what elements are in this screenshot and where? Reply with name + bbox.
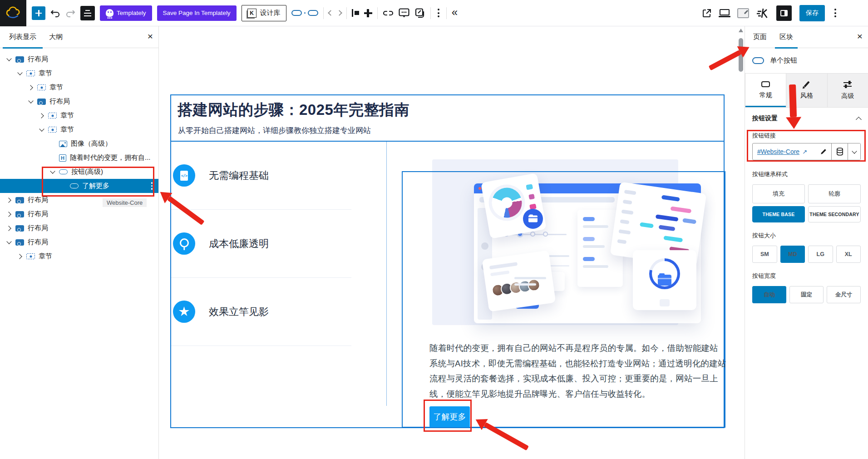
sidebar-tabs: 页面区块 × — [745, 26, 868, 48]
save-button[interactable]: 保存 — [799, 5, 825, 21]
undo-button[interactable] — [50, 9, 60, 17]
editor-topbar: Templately Save Page In Templately 设计库 — [0, 0, 868, 26]
learn-more-button[interactable]: 了解更多 — [429, 406, 470, 427]
scrollbar-up-icon[interactable] — [739, 29, 743, 32]
comment-button[interactable] — [399, 8, 409, 18]
tree-item-options-icon[interactable] — [151, 182, 153, 190]
sidebar-tab[interactable]: 区块 — [773, 26, 799, 48]
tree-item[interactable]: 随着时代的变更，拥有自... — [0, 151, 158, 165]
button-size-option[interactable]: MD — [780, 246, 805, 263]
option-label: 轮廓 — [829, 190, 840, 198]
inherit-style-option[interactable]: 轮廓 — [808, 184, 861, 203]
button-width-option[interactable]: 固定 — [789, 286, 824, 303]
tree-item[interactable]: 章节 — [0, 123, 158, 137]
sidebar-tab[interactable]: 页面 — [747, 26, 773, 48]
button-size-option[interactable]: SM — [752, 246, 777, 263]
tree-caret-icon[interactable] — [6, 239, 11, 244]
performance-button[interactable] — [757, 8, 769, 19]
inserter-add-block-button[interactable] — [32, 6, 45, 20]
tree-item[interactable]: 章节 — [0, 66, 158, 80]
buttons-block-toolbar-icon[interactable] — [291, 10, 318, 16]
feature-item[interactable]: 无需编程基础 — [171, 142, 351, 210]
page-section-block[interactable]: 搭建网站的步骤：2025年完整指南 从零开始自己搭建网站，详细步骤教你独立搭建专… — [170, 94, 725, 428]
tree-item[interactable]: 行布局 — [0, 221, 158, 235]
select-previous-block-button[interactable] — [329, 11, 333, 15]
tree-caret-icon[interactable] — [6, 212, 11, 217]
button-settings-panel-header[interactable]: 按钮设置 — [745, 108, 868, 127]
settings-tab[interactable]: 高级 — [827, 74, 868, 107]
site-logo[interactable] — [0, 0, 26, 26]
close-list-view-icon[interactable]: × — [148, 31, 153, 42]
tree-item-icon — [37, 99, 46, 105]
inherit-style-option[interactable]: 填充 — [752, 184, 805, 203]
tree-item[interactable]: 章节 — [0, 249, 158, 263]
link-button[interactable] — [383, 10, 394, 16]
list-view-tab[interactable]: 大纲 — [43, 26, 69, 48]
select-next-block-button[interactable] — [337, 11, 341, 15]
button-width-option[interactable]: 自动 — [752, 286, 786, 303]
tree-item[interactable]: 按钮(高级) — [0, 165, 158, 179]
tree-item[interactable]: 行布局 — [0, 207, 158, 221]
preview-external-button[interactable] — [702, 8, 712, 18]
theme-style-option[interactable]: THEME BASE — [752, 206, 805, 222]
button-size-option[interactable]: LG — [808, 246, 833, 263]
save-page-in-templately-button[interactable]: Save Page In Templately — [157, 5, 237, 21]
list-view-panel: 列表显示大纲 × 行布局 章节 章节 行布局 — [0, 26, 159, 459]
list-view-button[interactable] — [80, 6, 95, 20]
duplicate-button[interactable] — [414, 8, 425, 19]
content-column-block[interactable]: 随着时代的变更，拥有自己的网站不再是程序员的专属。如今，借助智能建站系统与AI技… — [402, 171, 725, 428]
theme-style-options: THEME BASETHEME SECONDARY — [752, 206, 861, 222]
tree-item[interactable]: 章节 — [0, 109, 158, 123]
tree-caret-icon[interactable] — [6, 226, 11, 231]
tree-caret-icon[interactable] — [50, 168, 55, 173]
link-value[interactable]: #Website-Core — [757, 148, 799, 155]
tree-item[interactable]: 行布局 — [0, 94, 158, 109]
tree-caret-icon[interactable] — [28, 98, 33, 103]
theme-style-option[interactable]: THEME SECONDARY — [808, 206, 861, 222]
settings-tab[interactable]: 风格 — [786, 74, 827, 107]
tree-item[interactable]: 图像（高级） — [0, 137, 158, 151]
close-sidebar-icon[interactable]: × — [857, 31, 863, 42]
settings-sidebar-toggle-button[interactable] — [776, 5, 792, 21]
design-library-button[interactable]: 设计库 — [242, 5, 286, 21]
edit-link-icon[interactable] — [820, 148, 827, 155]
block-options-button[interactable] — [436, 7, 441, 19]
templately-button[interactable]: Templately — [100, 5, 152, 21]
tree-item[interactable]: 行布局 — [0, 52, 158, 66]
tree-caret-icon[interactable] — [39, 126, 44, 131]
device-preview-button[interactable] — [720, 11, 730, 15]
dynamic-data-icon[interactable] — [831, 143, 848, 160]
feature-item[interactable]: 效果立竿见影 — [171, 278, 351, 346]
link-icon — [383, 10, 394, 16]
content-paragraph[interactable]: 随着时代的变更，拥有自己的网站不再是程序员的专属。如今，借助智能建站系统与AI技… — [429, 341, 726, 401]
button-size-option[interactable]: XL — [836, 246, 861, 263]
settings-tab[interactable]: 常规 — [745, 74, 786, 107]
tree-item[interactable]: 章节 — [0, 80, 158, 94]
canvas-scrollbar[interactable] — [739, 38, 743, 72]
tree-caret-icon[interactable] — [28, 85, 33, 90]
insert-after-button[interactable] — [364, 9, 372, 17]
edit-mode-button[interactable] — [737, 8, 749, 18]
feature-icon — [173, 232, 195, 255]
more-options-button[interactable] — [833, 7, 838, 19]
tree-caret-icon[interactable] — [17, 254, 22, 259]
list-view-tab[interactable]: 列表显示 — [3, 26, 43, 48]
tree-item[interactable]: 了解更多 — [0, 179, 158, 193]
tree-caret-icon[interactable] — [39, 113, 44, 118]
align-button[interactable] — [352, 9, 359, 17]
page-subtitle[interactable]: 从零开始自己搭建网站，详细步骤教你独立搭建专业网站 — [178, 125, 371, 136]
collapse-toolbar-button[interactable] — [452, 7, 458, 20]
feature-item[interactable]: 成本低廉透明 — [171, 210, 351, 278]
button-width-option[interactable]: 全尺寸 — [827, 286, 861, 303]
page-title[interactable]: 搭建网站的步骤：2025年完整指南 — [178, 100, 409, 120]
tree-item-label: 图像（高级） — [71, 139, 112, 148]
link-options-chevron-icon[interactable] — [848, 143, 860, 160]
illustration-pie-card — [481, 173, 547, 239]
tree-caret-icon[interactable] — [6, 197, 11, 202]
title-block[interactable]: 搭建网站的步骤：2025年完整指南 从零开始自己搭建网站，详细步骤教你独立搭建专… — [171, 95, 724, 142]
link-value-field[interactable]: #Website-Core ↗ — [753, 143, 831, 160]
tree-caret-icon[interactable] — [17, 70, 22, 75]
tree-item[interactable]: 行布局 — [0, 235, 158, 249]
redo-button[interactable] — [65, 9, 75, 17]
tree-caret-icon[interactable] — [6, 56, 11, 61]
